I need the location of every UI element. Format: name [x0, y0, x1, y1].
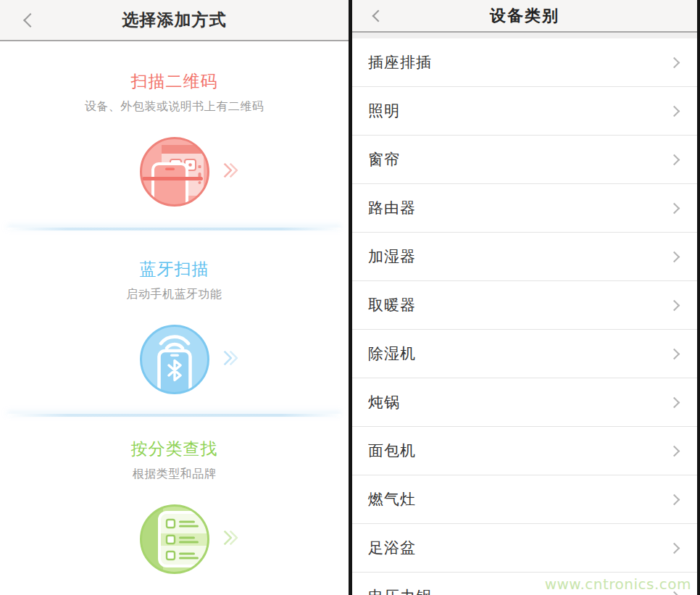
option-title: 扫描二维码 [0, 69, 349, 93]
device-category-row[interactable]: 路由器 [352, 184, 697, 233]
device-category-label: 炖锅 [368, 392, 670, 412]
device-category-row[interactable]: 除湿机 [352, 330, 697, 378]
back-button[interactable] [17, 9, 39, 31]
chevron-left-icon [372, 9, 385, 22]
double-chevron-right-icon [220, 353, 236, 367]
chevron-right-icon [669, 251, 680, 262]
device-category-label: 面包机 [368, 441, 670, 461]
device-category-label: 燃气灶 [368, 489, 670, 509]
category-checklist-icon[interactable] [137, 502, 212, 577]
header-gap [352, 33, 697, 38]
device-category-label: 除湿机 [368, 344, 670, 364]
chevron-right-icon [669, 105, 680, 117]
device-category-row[interactable]: 炖锅 [352, 378, 697, 427]
option-find-by-category[interactable]: 按分类查找 根据类型和品牌 [0, 417, 349, 595]
qr-scan-phone-icon[interactable] [137, 134, 212, 209]
back-button[interactable] [365, 5, 387, 27]
watermark: www.cntronics.com [545, 575, 691, 593]
device-category-row[interactable]: 照明 [352, 87, 697, 136]
device-category-row[interactable]: 加湿器 [352, 233, 697, 281]
chevron-right-icon [669, 445, 680, 457]
device-category-label: 插座排插 [368, 52, 670, 72]
option-title: 按分类查找 [0, 436, 349, 461]
chevron-right-icon [669, 494, 680, 505]
chevron-right-icon [669, 396, 680, 408]
device-category-row[interactable]: 取暖器 [352, 281, 697, 330]
chevron-right-icon [669, 202, 680, 214]
device-category-label: 路由器 [368, 198, 670, 218]
option-subtitle: 根据类型和品牌 [0, 465, 349, 483]
left-header: 选择添加方式 [0, 0, 349, 41]
device-category-row[interactable]: 面包机 [352, 427, 697, 475]
device-category-label: 取暖器 [368, 295, 670, 315]
chevron-right-icon [669, 154, 680, 165]
option-subtitle: 设备、外包装或说明书上有二维码 [0, 98, 349, 115]
double-chevron-right-icon [220, 533, 236, 546]
screen-add-method: 选择添加方式 扫描二维码 设备、外包装或说明书上有二维码 [0, 0, 349, 595]
page-title: 设备类别 [490, 5, 559, 27]
page-title: 选择添加方式 [122, 9, 227, 31]
chevron-right-icon [669, 299, 680, 311]
chevron-left-icon [23, 13, 38, 28]
option-bluetooth-scan[interactable]: 蓝牙扫描 启动手机蓝牙功能 [0, 230, 349, 417]
chevron-right-icon [669, 348, 680, 359]
chevron-right-icon [669, 57, 680, 68]
add-method-options: 扫描二维码 设备、外包装或说明书上有二维码 [0, 41, 349, 595]
device-category-label: 足浴盆 [368, 538, 670, 558]
device-category-label: 加湿器 [368, 246, 670, 267]
device-category-row[interactable]: 足浴盆 [352, 524, 697, 573]
device-category-label: 窗帘 [368, 149, 670, 170]
device-list: 插座排插 照明 窗帘 路由器 加湿器 取暖器 除湿机 炖锅 面包机 燃气灶 足浴 [352, 38, 697, 595]
double-chevron-right-icon [220, 165, 236, 179]
device-category-row[interactable]: 燃气灶 [352, 475, 697, 524]
device-category-label: 照明 [368, 101, 670, 121]
device-category-row[interactable]: 插座排插 [352, 38, 697, 87]
bluetooth-phone-icon[interactable] [137, 322, 212, 397]
screen-device-category: 设备类别 插座排插 照明 窗帘 路由器 加湿器 取暖器 除湿机 炖锅 面包机 [352, 0, 700, 595]
option-scan-qr[interactable]: 扫描二维码 设备、外包装或说明书上有二维码 [0, 41, 349, 230]
screenshot-stage: 选择添加方式 扫描二维码 设备、外包装或说明书上有二维码 [0, 0, 700, 595]
option-title: 蓝牙扫描 [0, 257, 349, 281]
right-header: 设备类别 [352, 0, 697, 33]
chevron-right-icon [669, 542, 680, 554]
option-subtitle: 启动手机蓝牙功能 [0, 286, 349, 303]
device-category-row[interactable]: 窗帘 [352, 136, 697, 184]
